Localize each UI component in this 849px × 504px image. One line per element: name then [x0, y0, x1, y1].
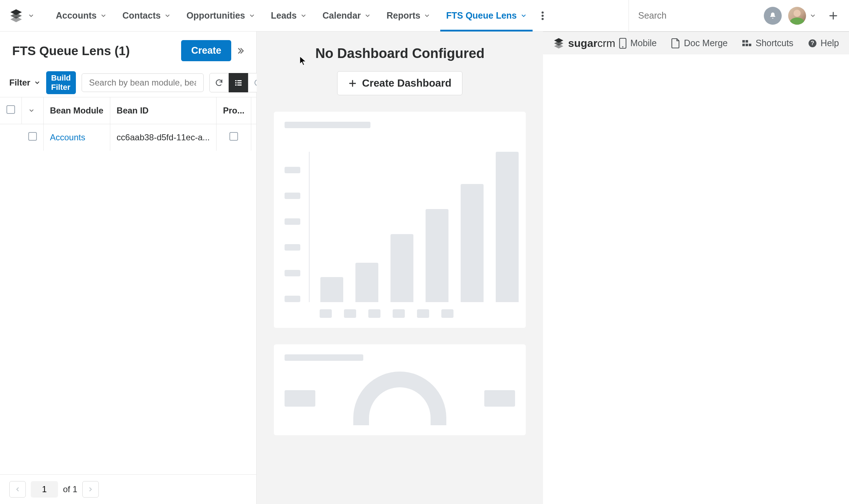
svg-rect-24 [742, 40, 745, 43]
kebab-icon [541, 11, 544, 20]
app-footer: sugarcrm Mobile Doc Merge Shortcuts ? He… [543, 32, 849, 54]
plus-icon [348, 79, 357, 88]
svg-point-5 [542, 18, 544, 20]
svg-point-23 [622, 46, 624, 48]
chevron-down-icon [34, 79, 40, 86]
nav-accounts[interactable]: Accounts [48, 0, 115, 32]
collapse-panel-icon[interactable] [236, 46, 246, 55]
svg-text:?: ? [811, 40, 814, 46]
svg-rect-8 [235, 80, 237, 81]
bell-icon [768, 11, 777, 20]
col-processed[interactable]: Pro... [217, 97, 251, 124]
nav-reports[interactable]: Reports [379, 0, 438, 32]
page-of-label: of 1 [63, 484, 77, 494]
chevron-down-icon[interactable] [364, 13, 371, 19]
nav-leads[interactable]: Leads [263, 0, 315, 32]
footer-shortcuts[interactable]: Shortcuts [742, 38, 794, 49]
filter-dropdown[interactable]: Filter [9, 78, 40, 88]
chevron-down-icon[interactable] [424, 13, 430, 19]
col-bean-id[interactable]: Bean ID [110, 97, 216, 124]
create-button[interactable]: Create [181, 40, 231, 61]
nav-calendar-label: Calendar [322, 10, 361, 21]
select-all-dropdown[interactable] [22, 97, 44, 124]
chevron-down-icon[interactable] [249, 13, 255, 19]
nav-calendar[interactable]: Calendar [315, 0, 379, 32]
table-row[interactable]: Accounts cc6aab38-d5fd-11ec-a... 2022-05… [0, 124, 256, 151]
chevron-down-icon[interactable] [520, 13, 527, 19]
nav-add-button[interactable] [823, 11, 840, 21]
footer-docmerge[interactable]: Doc Merge [671, 38, 728, 49]
svg-point-3 [542, 11, 544, 14]
dashboard-skeleton-chart [274, 112, 526, 328]
nav-fts-queue-lens-label: FTS Queue Lens [446, 10, 516, 21]
chevron-down-icon [28, 107, 35, 114]
logo-cube-icon[interactable] [9, 8, 24, 23]
chevron-right-icon [87, 486, 94, 493]
nav-accounts-label: Accounts [56, 10, 97, 21]
svg-rect-10 [235, 82, 237, 83]
prev-page-button[interactable] [9, 481, 26, 498]
svg-rect-9 [237, 80, 242, 81]
document-icon [671, 38, 680, 49]
user-avatar[interactable] [788, 7, 806, 25]
svg-rect-11 [237, 82, 242, 83]
chevron-down-icon[interactable] [164, 13, 171, 19]
svg-rect-28 [749, 44, 751, 46]
global-search[interactable] [629, 0, 757, 31]
svg-rect-25 [746, 40, 748, 43]
nav-reports-label: Reports [387, 10, 420, 21]
row-bean-id: cc6aab38-d5fd-11ec-a... [110, 124, 216, 151]
create-dashboard-button[interactable]: Create Dashboard [337, 71, 462, 95]
create-dashboard-label: Create Dashboard [362, 77, 451, 89]
dashboard-panel: No Dashboard Configured Create Dashboard [257, 32, 543, 504]
svg-point-4 [542, 15, 544, 17]
col-date-modified[interactable]: Date Modified [251, 97, 257, 124]
next-page-button[interactable] [82, 481, 99, 498]
filter-label-text: Filter [9, 78, 30, 88]
svg-rect-27 [746, 44, 748, 46]
global-search-input[interactable] [638, 10, 751, 21]
footer-mobile[interactable]: Mobile [619, 38, 657, 49]
nav-opportunities[interactable]: Opportunities [179, 0, 263, 32]
notifications-button[interactable] [764, 7, 782, 25]
nav-opportunities-label: Opportunities [186, 10, 245, 21]
list-view-button[interactable] [229, 73, 248, 92]
row-checkbox[interactable] [28, 132, 37, 141]
page-title: FTS Queue Lens (1) [12, 44, 130, 58]
pagination: of 1 [0, 474, 256, 504]
build-filter-button[interactable]: Build Filter [46, 71, 76, 94]
plus-icon [828, 11, 838, 21]
nav-leads-label: Leads [271, 10, 297, 21]
chevron-down-icon[interactable] [100, 13, 107, 19]
nav-more[interactable] [535, 0, 550, 32]
records-table: Bean Module Bean ID Pro... Date Modified… [0, 97, 256, 151]
chevron-left-icon [14, 486, 21, 493]
svg-rect-12 [235, 84, 237, 86]
mobile-icon [619, 38, 627, 49]
filter-search-input[interactable] [82, 73, 204, 92]
refresh-button[interactable] [209, 73, 229, 92]
row-bean-module[interactable]: Accounts [50, 132, 86, 142]
nav-contacts-label: Contacts [122, 10, 161, 21]
nav-fts-queue-lens[interactable]: FTS Queue Lens [438, 0, 534, 32]
list-icon [234, 78, 243, 87]
dashboard-skeleton-donut [274, 344, 526, 435]
logo-chevron-icon[interactable] [28, 13, 34, 19]
select-all-checkbox[interactable] [6, 105, 15, 114]
svg-rect-13 [237, 84, 242, 86]
dashboard-title: No Dashboard Configured [274, 46, 526, 61]
col-bean-module[interactable]: Bean Module [43, 97, 110, 124]
top-nav: Accounts Contacts Opportunities Leads Ca… [0, 0, 849, 32]
help-icon: ? [808, 39, 817, 48]
footer-brand: sugarcrm [568, 37, 615, 49]
footer-help[interactable]: ? Help [808, 38, 839, 49]
refresh-icon [215, 78, 223, 87]
chevron-down-icon[interactable] [300, 13, 307, 19]
svg-marker-2 [10, 16, 22, 22]
page-input[interactable] [31, 481, 58, 498]
svg-marker-21 [554, 44, 564, 48]
chevron-down-icon[interactable] [810, 13, 816, 19]
shortcuts-icon [742, 40, 752, 47]
nav-contacts[interactable]: Contacts [115, 0, 179, 32]
row-processed-checkbox [229, 132, 238, 141]
